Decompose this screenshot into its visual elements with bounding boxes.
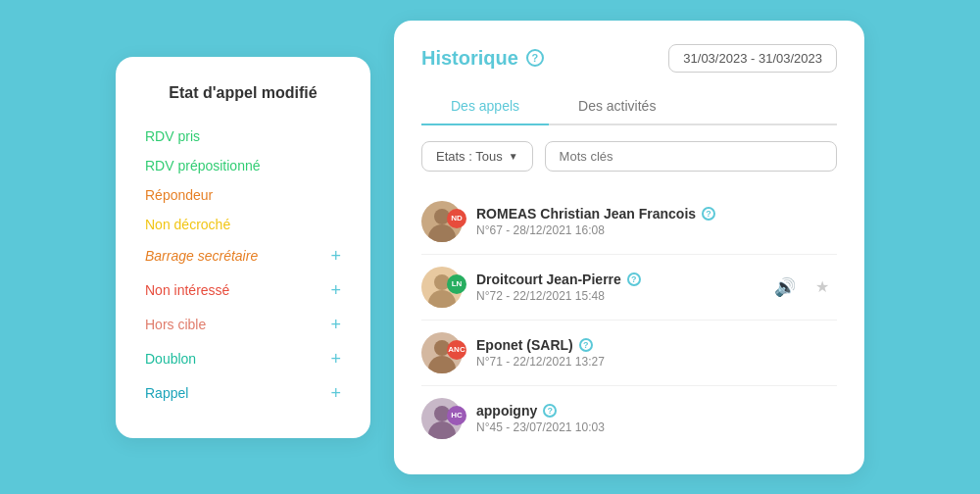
contact-info: Eponet (SARL) ?N°71 - 22/12/2021 13:27 <box>476 337 837 369</box>
play-sound-button[interactable]: 🔊 <box>770 272 800 302</box>
status-item: Rappel+ <box>145 376 341 411</box>
status-label: Non décroché <box>145 217 230 232</box>
state-filter-button[interactable]: Etats : Tous ▼ <box>421 141 533 172</box>
add-status-icon[interactable]: + <box>330 383 341 404</box>
star-button[interactable]: ★ <box>808 272 837 302</box>
left-card: Etat d'appel modifié RDV prisRDV préposi… <box>116 57 370 438</box>
contact-meta: N°71 - 22/12/2021 13:27 <box>476 355 837 369</box>
add-status-icon[interactable]: + <box>330 280 341 301</box>
status-label: Barrage secrétaire <box>145 248 258 264</box>
status-item: RDV prépositionné <box>145 151 341 180</box>
contact-name: appoigny ? <box>476 403 837 419</box>
contact-help-icon[interactable]: ? <box>627 272 641 286</box>
contact-item[interactable]: ANCEponet (SARL) ?N°71 - 22/12/2021 13:2… <box>421 321 837 386</box>
contact-help-icon[interactable]: ? <box>579 338 593 352</box>
contact-list: NDROMEAS Christian Jean Francois ?N°67 -… <box>421 189 837 451</box>
historique-help-icon[interactable]: ? <box>526 49 544 67</box>
add-status-icon[interactable]: + <box>330 315 341 335</box>
status-label: RDV pris <box>145 128 200 144</box>
status-item: Doublon+ <box>145 342 341 376</box>
contact-info: ROMEAS Christian Jean Francois ?N°67 - 2… <box>476 206 837 237</box>
avatar-badge: LN <box>447 274 466 294</box>
status-item: Répondeur <box>145 180 341 210</box>
historique-title: Historique ? <box>421 47 544 70</box>
avatar-badge: ND <box>447 209 466 228</box>
contact-name: ROMEAS Christian Jean Francois ? <box>476 206 837 222</box>
status-item: Hors cible+ <box>145 308 341 342</box>
add-status-icon[interactable]: + <box>330 349 341 370</box>
contact-item[interactable]: HCappoigny ?N°45 - 23/07/2021 10:03 <box>421 386 837 451</box>
status-item: RDV pris <box>145 122 341 151</box>
tabs: Des appelsDes activités <box>421 88 837 125</box>
historique-label: Historique <box>421 47 518 70</box>
add-status-icon[interactable]: + <box>330 246 341 267</box>
status-item: Non intéressé+ <box>145 273 341 308</box>
status-list: RDV prisRDV prépositionnéRépondeurNon dé… <box>145 122 341 411</box>
date-range[interactable]: 31/03/2023 - 31/03/2023 <box>668 44 837 73</box>
status-label: RDV prépositionné <box>145 158 261 173</box>
right-card: Historique ? 31/03/2023 - 31/03/2023 Des… <box>394 21 864 474</box>
contact-meta: N°72 - 22/12/2021 15:48 <box>476 289 757 303</box>
contact-help-icon[interactable]: ? <box>702 207 715 221</box>
avatar-badge: HC <box>447 406 466 425</box>
left-card-title: Etat d'appel modifié <box>145 84 341 102</box>
status-label: Non intéressé <box>145 282 229 298</box>
sound-icon: 🔊 <box>774 276 796 298</box>
contact-meta: N°45 - 23/07/2021 10:03 <box>476 420 837 434</box>
contact-name: Eponet (SARL) ? <box>476 337 837 353</box>
contact-item[interactable]: NDROMEAS Christian Jean Francois ?N°67 -… <box>421 189 837 255</box>
status-label: Rappel <box>145 385 188 401</box>
contact-meta: N°67 - 28/12/2021 16:08 <box>476 223 837 237</box>
contact-help-icon[interactable]: ? <box>543 404 557 418</box>
tab-des-appels[interactable]: Des appels <box>421 88 549 125</box>
contact-name: Droitcourt Jean-Pierre ? <box>476 272 757 287</box>
contact-info: Droitcourt Jean-Pierre ?N°72 - 22/12/202… <box>476 272 757 303</box>
contact-info: appoigny ?N°45 - 23/07/2021 10:03 <box>476 403 837 434</box>
status-item: Non décroché <box>145 210 341 239</box>
status-item: Barrage secrétaire+ <box>145 239 341 273</box>
filters: Etats : Tous ▼ <box>421 141 837 172</box>
status-label: Répondeur <box>145 187 213 203</box>
star-icon: ★ <box>815 277 829 296</box>
status-label: Doublon <box>145 351 196 367</box>
right-card-header: Historique ? 31/03/2023 - 31/03/2023 <box>421 44 837 73</box>
status-label: Hors cible <box>145 317 206 332</box>
keywords-input[interactable] <box>545 141 837 172</box>
avatar-badge: ANC <box>447 340 466 360</box>
state-filter-label: Etats : Tous <box>436 149 503 164</box>
contact-actions: 🔊★ <box>770 272 837 302</box>
caret-icon: ▼ <box>509 151 518 162</box>
contact-item[interactable]: LNDroitcourt Jean-Pierre ?N°72 - 22/12/2… <box>421 255 837 321</box>
tab-des-activités[interactable]: Des activités <box>549 88 685 125</box>
